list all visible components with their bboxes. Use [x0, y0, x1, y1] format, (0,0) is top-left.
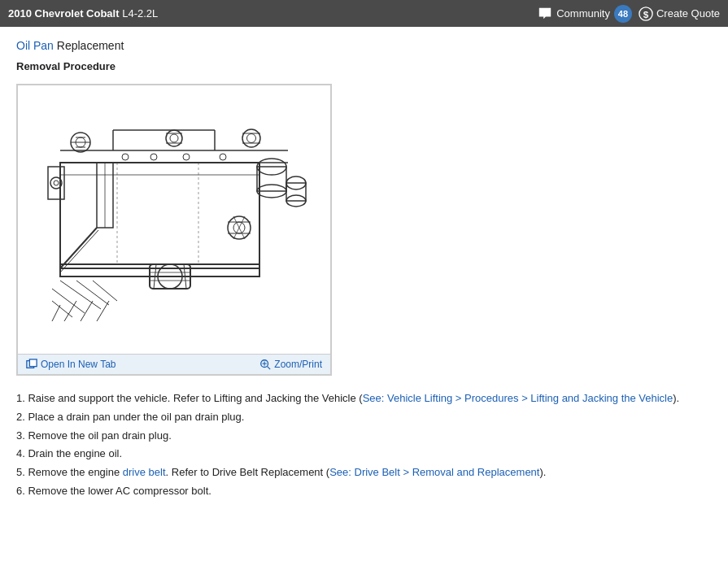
step-5-text: 5. Remove the engine drive belt. Refer t… — [16, 466, 546, 478]
create-quote-label: Create Quote — [656, 7, 720, 20]
step-1-link[interactable]: See: Vehicle Lifting > Procedures > Lift… — [363, 392, 674, 404]
create-quote-icon: $ — [639, 7, 653, 21]
step-2: 2. Place a drain pan under the oil pan d… — [16, 409, 712, 426]
vehicle-name: 2010 Chevrolet Cobalt — [8, 7, 120, 20]
image-area — [18, 85, 330, 354]
step-5-replacement-link[interactable]: See: Drive Belt > Removal and Replacemen… — [329, 466, 539, 478]
svg-line-67 — [268, 367, 271, 370]
community-label: Community — [556, 7, 610, 20]
open-tab-icon — [26, 359, 37, 370]
community-badge: 48 — [614, 5, 632, 23]
step-1-text: 1. Raise and support the vehicle. Refer … — [16, 392, 679, 404]
community-button[interactable]: Community 48 — [538, 5, 632, 23]
header-right-section: Community 48 $ Create Quote — [538, 5, 720, 23]
header-title: 2010 Chevrolet Cobalt L4-2.2L — [8, 7, 158, 20]
step-3: 3. Remove the oil pan drain plug. — [16, 428, 712, 445]
zoom-print-label: Zoom/Print — [274, 359, 322, 370]
step-6: 6. Remove the lower AC compressor bolt. — [16, 483, 712, 500]
community-icon — [538, 7, 552, 21]
steps-section: 1. Raise and support the vehicle. Refer … — [16, 390, 712, 500]
image-container: Open In New Tab Zoom/Print — [16, 84, 332, 376]
main-content: Oil Pan Replacement Removal Procedure — [0, 27, 728, 514]
step-4: 4. Drain the engine oil. — [16, 446, 712, 463]
open-new-tab-button[interactable]: Open In New Tab — [26, 359, 116, 370]
svg-text:$: $ — [643, 8, 649, 19]
oil-pan-link[interactable]: Oil Pan — [16, 39, 54, 52]
zoom-print-button[interactable]: Zoom/Print — [259, 359, 322, 370]
image-toolbar: Open In New Tab Zoom/Print — [18, 354, 330, 374]
step-2-text: 2. Place a drain pan under the oil pan d… — [16, 411, 244, 423]
engine-diagram — [36, 94, 312, 346]
vehicle-engine: L4-2.2L — [122, 7, 158, 20]
step-6-text: 6. Remove the lower AC compressor bolt. — [16, 485, 211, 497]
page-title-line: Oil Pan Replacement — [16, 39, 712, 52]
step-4-text: 4. Drain the engine oil. — [16, 447, 122, 459]
open-new-tab-label: Open In New Tab — [41, 359, 116, 370]
step-5: 5. Remove the engine drive belt. Refer t… — [16, 464, 712, 481]
step-5-drive-belt-link[interactable]: drive belt — [123, 466, 166, 478]
step-3-text: 3. Remove the oil pan drain plug. — [16, 429, 172, 442]
create-quote-button[interactable]: $ Create Quote — [639, 7, 720, 21]
header-bar: 2010 Chevrolet Cobalt L4-2.2L Community … — [0, 0, 728, 27]
svg-rect-65 — [29, 359, 37, 367]
step-1: 1. Raise and support the vehicle. Refer … — [16, 390, 712, 407]
removal-procedure-heading: Removal Procedure — [16, 60, 712, 72]
replacement-text: Replacement — [54, 39, 124, 52]
zoom-icon — [259, 359, 271, 370]
